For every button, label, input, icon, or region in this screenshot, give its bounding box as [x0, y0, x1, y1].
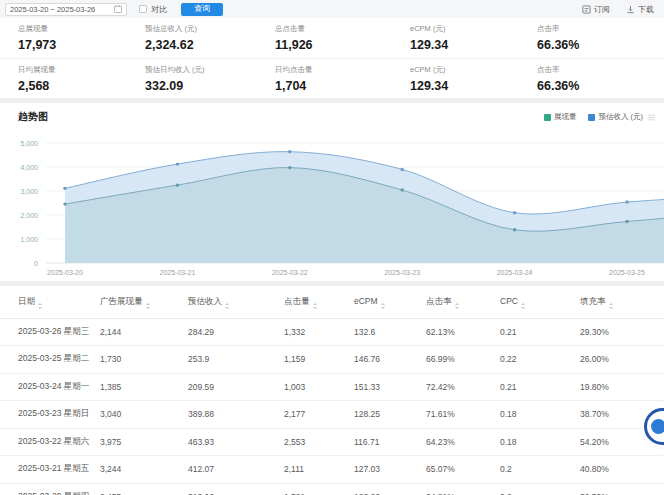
chart-toolbox-icon[interactable] — [647, 113, 656, 122]
table-cell: 116.71 — [354, 428, 426, 456]
sort-asc-icon — [38, 303, 42, 305]
column-header-label: 填充率 — [580, 296, 606, 306]
chart-legend: 展现量预估收入 (元) — [544, 112, 643, 122]
data-point — [288, 150, 291, 153]
kpi-label: 点击率 — [537, 65, 664, 75]
kpi-value: 129.34 — [410, 79, 537, 93]
table-row: 2025-03-26 星期三2,144284.291,332132.662.13… — [0, 318, 664, 346]
sort-desc-icon — [38, 307, 42, 309]
table-cell: 65.07% — [426, 456, 500, 484]
table-cell: 0.21 — [500, 373, 580, 401]
date-range-picker[interactable]: 2025-03-20 ~ 2025-03-26 — [5, 3, 127, 16]
kpi-row-1: 总展现量17,973预估总收入 (元)2,324.62总点击量11,926eCP… — [0, 18, 664, 58]
column-header-点击率[interactable]: 点击率 — [426, 286, 500, 318]
y-axis-tick: 3,000 — [20, 188, 38, 195]
column-header-eCPM[interactable]: eCPM — [354, 286, 426, 318]
checkbox-box[interactable] — [139, 5, 147, 13]
table-cell: 126.66 — [354, 483, 426, 495]
kpi-value: 332.09 — [145, 79, 275, 93]
legend-label: 展现量 — [554, 112, 577, 122]
table-cell: 253.9 — [188, 346, 284, 374]
trend-chart[interactable]: 01,0002,0003,0004,0005,0002025-03-202025… — [0, 123, 664, 281]
column-header-label: CPC — [500, 296, 518, 306]
column-header-日期[interactable]: 日期 — [0, 286, 100, 318]
column-header-label: 点击率 — [426, 296, 452, 306]
kpi-label: 点击率 — [537, 24, 664, 34]
table-cell: 128.25 — [354, 401, 426, 429]
table-cell: 3,975 — [100, 428, 188, 456]
legend-swatch — [544, 114, 551, 121]
column-header-填充率[interactable]: 填充率 — [580, 286, 664, 318]
table-cell: 0.2 — [500, 456, 580, 484]
table-cell: 412.07 — [188, 456, 284, 484]
kpi-value: 66.36% — [537, 38, 664, 52]
table-cell: 29.30% — [580, 318, 664, 346]
sort-icon[interactable] — [521, 303, 525, 309]
kpi-cell: 预估总收入 (元)2,324.62 — [145, 24, 275, 52]
sort-icon[interactable] — [146, 303, 150, 309]
column-header-CPC[interactable]: CPC — [500, 286, 580, 318]
kpi-value: 2,324.62 — [145, 38, 275, 52]
legend-item[interactable]: 展现量 — [544, 112, 577, 122]
table-cell: 19.80% — [580, 373, 664, 401]
sort-icon[interactable] — [455, 303, 459, 309]
download-button[interactable]: 下载 — [626, 4, 654, 15]
y-axis-tick: 5,000 — [20, 140, 38, 147]
sort-icon[interactable] — [313, 303, 317, 309]
data-point — [625, 220, 628, 223]
sort-icon[interactable] — [38, 303, 42, 309]
compare-checkbox[interactable]: 对比 — [139, 4, 167, 15]
table-cell: 2,553 — [284, 428, 354, 456]
legend-item[interactable]: 预估收入 (元) — [588, 112, 643, 122]
download-icon — [626, 5, 635, 14]
data-point — [63, 187, 66, 190]
kpi-value: 11,926 — [275, 38, 410, 52]
table-cell: 146.76 — [354, 346, 426, 374]
table-cell: 2025-03-24 星期一 — [0, 373, 100, 401]
query-button[interactable]: 查询 — [181, 3, 223, 16]
data-point — [401, 168, 404, 171]
table-cell: 151.33 — [354, 373, 426, 401]
table-cell: 389.88 — [188, 401, 284, 429]
kpi-cell: 预估日均收入 (元)332.09 — [145, 65, 275, 93]
subscribe-button[interactable]: 订阅 — [582, 4, 610, 15]
sort-icon[interactable] — [609, 303, 613, 309]
column-header-label: 预估收入 — [188, 296, 222, 306]
table-row: 2025-03-20 星期四2,455310.961,591126.6664.8… — [0, 483, 664, 495]
x-axis-tick: 2025-03-24 — [497, 269, 533, 276]
date-range-value: 2025-03-20 ~ 2025-03-26 — [10, 5, 95, 14]
chart-title: 趋势图 — [18, 110, 48, 124]
column-header-label: 日期 — [18, 296, 35, 306]
table-row: 2025-03-22 星期六3,975463.932,553116.7164.2… — [0, 428, 664, 456]
column-header-点击量[interactable]: 点击量 — [284, 286, 354, 318]
sort-asc-icon — [381, 303, 385, 305]
sort-asc-icon — [455, 303, 459, 305]
table-cell: 2025-03-20 星期四 — [0, 483, 100, 495]
kpi-value: 17,973 — [18, 38, 145, 52]
calendar-icon — [114, 5, 122, 13]
sort-asc-icon — [521, 303, 525, 305]
sort-icon[interactable] — [381, 303, 385, 309]
table-cell: 284.29 — [188, 318, 284, 346]
toolbar: 2025-03-20 ~ 2025-03-26 对比 查询 订阅 下载 — [0, 0, 664, 18]
sort-icon[interactable] — [225, 303, 229, 309]
table-cell: 2025-03-25 星期二 — [0, 346, 100, 374]
kpi-value: 2,568 — [18, 79, 145, 93]
table-cell: 30.50% — [580, 483, 664, 495]
column-header-预估收入[interactable]: 预估收入 — [188, 286, 284, 318]
kpi-value: 66.36% — [537, 79, 664, 93]
table-cell: 1,385 — [100, 373, 188, 401]
kpi-cell: eCPM (元)129.34 — [410, 65, 537, 93]
kpi-label: 总点击量 — [275, 24, 410, 34]
sort-desc-icon — [609, 307, 613, 309]
table-cell: 3,244 — [100, 456, 188, 484]
kpi-value: 129.34 — [410, 38, 537, 52]
kpi-cell: 总点击量11,926 — [275, 24, 410, 52]
data-point — [176, 162, 179, 165]
kpi-label: 日均展现量 — [18, 65, 145, 75]
data-point — [288, 166, 291, 169]
column-header-广告展现量[interactable]: 广告展现量 — [100, 286, 188, 318]
trend-section: 趋势图 展现量预估收入 (元) 01,0002,0003,0004,0005,0… — [0, 103, 664, 281]
kpi-cell: 日均点击量1,704 — [275, 65, 410, 93]
column-header-label: 广告展现量 — [100, 296, 143, 306]
